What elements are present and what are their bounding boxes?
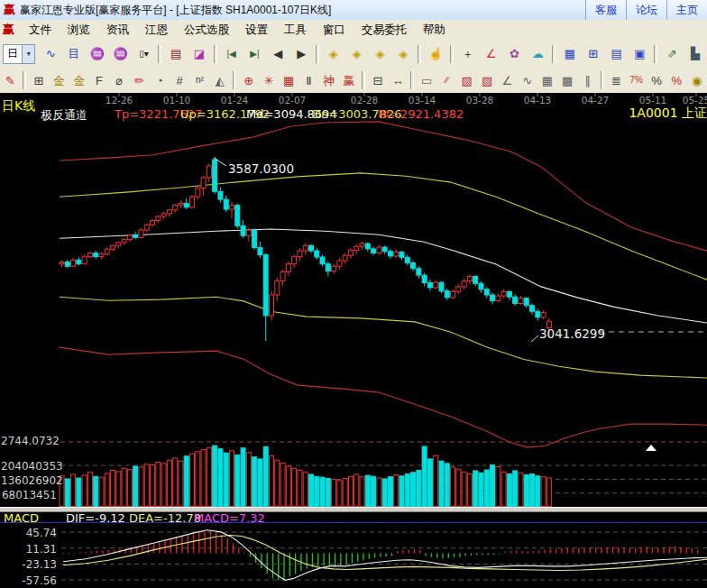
menu-item-3[interactable]: 江恩 <box>137 21 176 40</box>
volume-axis-label-3: 68013451 <box>1 489 57 501</box>
data-transfer-icon[interactable]: ▙ <box>684 43 706 65</box>
ruler-icon[interactable]: ⊟ <box>369 69 387 91</box>
menu-item-9[interactable]: 帮助 <box>415 21 454 40</box>
golden-circle-icon[interactable]: ◉ <box>687 69 705 91</box>
parallel-lines-icon[interactable]: ∥ <box>578 69 596 91</box>
calculator-icon[interactable]: ⊞ <box>583 43 604 65</box>
volume-bar <box>161 464 166 507</box>
volume-bar <box>501 472 506 506</box>
volume-bar <box>179 461 183 506</box>
wave-3-icon[interactable]: ♒ <box>87 43 108 65</box>
volume-bar <box>365 475 370 506</box>
angle-ruler-icon[interactable]: ◭ <box>211 69 229 91</box>
golden-ratio-icon[interactable]: 金 <box>69 69 87 91</box>
chevron-down-icon[interactable]: ▾ <box>22 45 34 63</box>
fan-lines-icon[interactable]: ∕∕ <box>437 69 455 91</box>
pencil-tool-icon[interactable]: ✏ <box>130 69 148 91</box>
macd-axis-label-0: 45.74 <box>1 527 57 539</box>
candle-body <box>399 253 404 258</box>
next-page-icon[interactable]: ▶ <box>290 43 312 65</box>
shift-right-icon[interactable]: ◈ <box>346 43 368 65</box>
n-square-icon[interactable]: n² <box>190 69 208 91</box>
grid-dense-icon[interactable]: ▦ <box>538 69 556 91</box>
volume-bar <box>434 455 438 506</box>
colored-trend-icon[interactable]: ◪ <box>188 43 210 65</box>
menu-item-2[interactable]: 资讯 <box>98 21 137 40</box>
menu-item-4[interactable]: 公式选股 <box>176 21 237 40</box>
calendar-icon[interactable]: ▦ <box>559 43 581 65</box>
info-panel-icon[interactable]: 目 <box>63 43 85 65</box>
grid-tool-icon[interactable]: # <box>170 69 188 91</box>
fibonacci-icon[interactable]: F <box>90 69 108 91</box>
notes-icon[interactable]: ▤ <box>606 43 628 65</box>
wave-mark-icon[interactable]: Ⅱ <box>299 69 317 91</box>
macd-dea-value: DEA=-12.78 <box>129 511 201 525</box>
width-measure-icon[interactable]: ↔ <box>389 69 407 91</box>
gann-line-icon[interactable]: ⊞ <box>30 69 48 91</box>
menu-item-1[interactable]: 浏览 <box>60 21 98 40</box>
volume-bar <box>484 470 489 506</box>
brush-icon[interactable]: ✎ <box>1 69 19 91</box>
menu-item-7[interactable]: 窗口 <box>315 21 354 40</box>
percent-seven-icon[interactable]: 7% <box>628 69 646 91</box>
forum-button[interactable]: 论坛 <box>626 0 666 20</box>
macd-value: MACD=7.32 <box>194 511 265 525</box>
cloud-tool-icon[interactable]: ☁ <box>527 43 548 65</box>
first-page-icon[interactable]: |◀ <box>221 43 243 65</box>
candle-body <box>382 247 387 252</box>
box-select-icon[interactable]: ▭ <box>418 69 436 91</box>
wave-pattern-icon[interactable]: ∿ <box>519 69 537 91</box>
target-icon[interactable]: ⊕ <box>239 69 257 91</box>
shen-tool-icon[interactable]: 神 <box>320 69 338 91</box>
trend-angle-icon[interactable]: ∠ <box>498 69 516 91</box>
toolbar-separator <box>316 45 319 63</box>
chart-mode-icon[interactable]: ∿ <box>40 43 61 65</box>
quote-board-icon[interactable]: ▤ <box>165 43 187 65</box>
menu-logo-icon: 赢 <box>3 22 14 38</box>
star-burst-icon[interactable]: ✳ <box>260 69 278 91</box>
candle-body <box>343 255 347 261</box>
menu-item-8[interactable]: 交易委托 <box>354 21 415 40</box>
low-annotation-pointer <box>531 335 538 342</box>
volume-bar <box>513 471 518 507</box>
menu-item-0[interactable]: 文件 <box>21 21 60 40</box>
volume-bar <box>133 466 138 506</box>
pattern-box-icon[interactable]: ▧ <box>478 69 496 91</box>
spiral-icon[interactable]: ⌀ <box>110 69 128 91</box>
volume-bar <box>156 463 161 507</box>
crosshair-icon[interactable]: ＋ <box>457 43 479 65</box>
zoom-out-icon[interactable]: ◈ <box>392 43 414 65</box>
volume-bar <box>308 474 313 506</box>
golden-section-icon[interactable]: 金 <box>50 69 68 91</box>
stats-list-icon[interactable]: ≣ <box>607 69 625 91</box>
wave-9-icon[interactable]: ♒ <box>110 43 132 65</box>
indicator-name-label[interactable]: 极反通道 <box>41 107 87 124</box>
percent-icon[interactable]: % <box>647 69 666 91</box>
grid-square-icon[interactable]: ▩ <box>558 69 576 91</box>
period-selector[interactable]: 日 ▾ <box>3 44 35 64</box>
homepage-button[interactable]: 主页 <box>666 0 707 20</box>
save-icon[interactable]: ▣ <box>629 43 651 65</box>
percent-line-icon[interactable]: % <box>667 69 685 91</box>
volume-axis-label-1: 204040353 <box>1 460 57 473</box>
volume-bar <box>207 447 211 506</box>
zoom-in-icon[interactable]: ◈ <box>370 43 391 65</box>
candle-style-icon[interactable]: ▯▾ <box>133 43 154 65</box>
flower-tool-icon[interactable]: ✿ <box>504 43 526 65</box>
customer-service-button[interactable]: 客服 <box>585 0 626 20</box>
export-icon[interactable]: ⇗ <box>661 43 683 65</box>
shift-left-icon[interactable]: ◈ <box>323 43 344 65</box>
candle-body <box>445 291 449 298</box>
shaded-square-icon[interactable]: ▨ <box>458 69 476 91</box>
hand-tool-icon[interactable]: ☝ <box>425 43 446 65</box>
candle-body <box>71 260 76 266</box>
menu-item-6[interactable]: 工具 <box>276 21 315 40</box>
menu-item-5[interactable]: 设置 <box>237 21 276 40</box>
cycle-circle-icon[interactable]: ◔ <box>151 69 169 91</box>
prev-page-icon[interactable]: ◀ <box>267 43 289 65</box>
matrix-icon[interactable]: ▦ <box>280 69 298 91</box>
last-page-icon[interactable]: ▶| <box>244 43 266 65</box>
angle-tool-icon[interactable]: ∠ <box>481 43 502 65</box>
yingjia-tool-icon[interactable]: 赢 <box>340 69 358 91</box>
macd-indicator-label[interactable]: MACD <box>4 511 39 525</box>
